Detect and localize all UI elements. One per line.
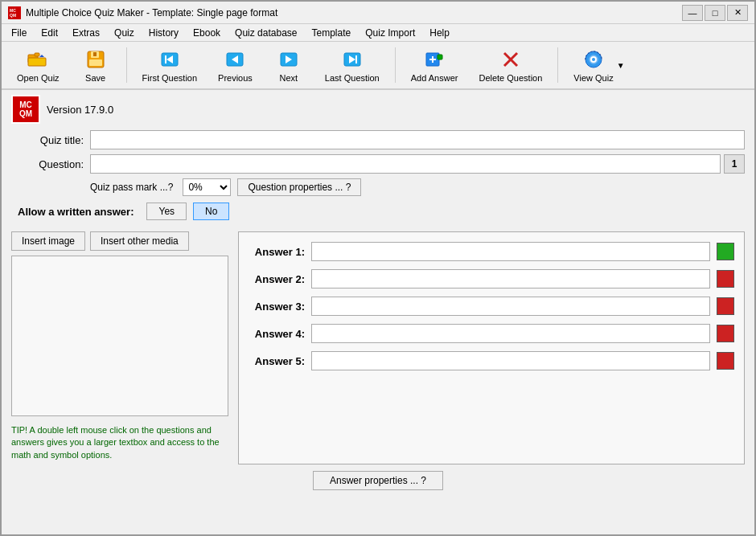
answer-3-label: Answer 3: bbox=[249, 301, 305, 313]
answer-properties-area: Answer properties ... ? bbox=[2, 464, 754, 497]
last-question-button[interactable]: Last Question bbox=[316, 45, 388, 85]
insert-media-button[interactable]: Insert other media bbox=[90, 231, 189, 251]
answer-5-input[interactable] bbox=[311, 351, 710, 370]
question-properties-button[interactable]: Question properties ... ? bbox=[237, 178, 361, 196]
menu-quiz-database[interactable]: Quiz database bbox=[228, 26, 303, 40]
answer-row-4: Answer 4: bbox=[249, 324, 734, 343]
menu-history[interactable]: History bbox=[142, 26, 185, 40]
menu-template[interactable]: Template bbox=[306, 26, 358, 40]
answer-3-input[interactable] bbox=[311, 297, 710, 316]
menu-file[interactable]: File bbox=[5, 26, 33, 40]
menu-help[interactable]: Help bbox=[423, 26, 456, 40]
add-answer-button[interactable]: Add Answer bbox=[402, 45, 467, 85]
title-bar: MC QM Multiple Choice Quiz Maker - Templ… bbox=[2, 2, 754, 24]
quiz-title-label: Quiz title: bbox=[11, 134, 84, 146]
open-quiz-icon bbox=[27, 48, 49, 71]
menu-quiz[interactable]: Quiz bbox=[108, 26, 141, 40]
previous-icon bbox=[224, 48, 246, 71]
window-controls: — □ ✕ bbox=[682, 5, 748, 21]
toolbar-separator-1 bbox=[126, 47, 127, 83]
first-question-icon bbox=[158, 48, 181, 71]
answer-properties-button[interactable]: Answer properties ... ? bbox=[313, 471, 443, 490]
answer-4-color-btn[interactable] bbox=[717, 325, 734, 342]
answer-row-3: Answer 3: bbox=[249, 297, 734, 316]
maximize-button[interactable]: □ bbox=[705, 5, 725, 21]
save-icon bbox=[84, 48, 107, 71]
answer-1-input[interactable] bbox=[311, 242, 710, 261]
save-button[interactable]: Save bbox=[72, 45, 120, 85]
question-label: Question: bbox=[11, 158, 84, 170]
answer-row-5: Answer 5: bbox=[249, 351, 734, 370]
toolbar-separator-3 bbox=[557, 47, 558, 83]
add-answer-icon bbox=[423, 48, 446, 71]
svg-marker-6 bbox=[39, 55, 44, 57]
quiz-title-row: Quiz title: bbox=[11, 130, 745, 149]
toolbar-separator-2 bbox=[395, 47, 396, 83]
svg-rect-10 bbox=[93, 52, 97, 56]
view-quiz-button[interactable]: View Quiz ▼ bbox=[565, 45, 633, 85]
yes-button[interactable]: Yes bbox=[146, 203, 187, 220]
answer-2-color-btn[interactable] bbox=[717, 270, 734, 288]
question-row: Question: 1 bbox=[11, 154, 745, 174]
add-answer-label: Add Answer bbox=[411, 73, 458, 83]
menu-bar: File Edit Extras Quiz History Ebook Quiz… bbox=[2, 24, 754, 42]
close-button[interactable]: ✕ bbox=[727, 5, 748, 21]
question-input[interactable] bbox=[90, 154, 721, 174]
previous-button[interactable]: Previous bbox=[209, 45, 261, 85]
svg-rect-9 bbox=[89, 59, 102, 66]
quiz-title-input[interactable] bbox=[90, 130, 745, 149]
no-button[interactable]: No bbox=[193, 203, 229, 220]
svg-rect-24 bbox=[438, 55, 442, 59]
app-icon: MC QM bbox=[8, 6, 21, 19]
next-icon bbox=[277, 48, 300, 71]
view-quiz-icon bbox=[582, 48, 605, 71]
delete-question-label: Delete Question bbox=[479, 73, 542, 83]
main-content: MC QM Version 17.9.0 Quiz title: Questio… bbox=[2, 90, 754, 497]
answer-3-color-btn[interactable] bbox=[717, 297, 734, 315]
answers-spacer bbox=[249, 378, 734, 457]
menu-quiz-import[interactable]: Quiz Import bbox=[359, 26, 421, 40]
open-quiz-label: Open Quiz bbox=[17, 73, 60, 83]
delete-question-icon bbox=[499, 48, 522, 71]
written-answer-label: Allow a written answer: bbox=[18, 206, 134, 218]
minimize-button[interactable]: — bbox=[682, 5, 703, 21]
pass-mark-label: Quiz pass mark ...? bbox=[90, 182, 173, 193]
answer-5-color-btn[interactable] bbox=[717, 352, 734, 370]
previous-label: Previous bbox=[218, 73, 253, 83]
first-question-button[interactable]: First Question bbox=[134, 45, 206, 85]
menu-extras[interactable]: Extras bbox=[66, 26, 106, 40]
menu-ebook[interactable]: Ebook bbox=[187, 26, 227, 40]
version-text: Version 17.9.0 bbox=[47, 104, 113, 116]
view-quiz-dropdown-arrow: ▼ bbox=[617, 61, 625, 70]
view-quiz-label: View Quiz bbox=[573, 73, 613, 83]
answer-2-input[interactable] bbox=[311, 269, 710, 288]
answer-1-color-btn[interactable] bbox=[717, 243, 734, 260]
menu-edit[interactable]: Edit bbox=[35, 26, 64, 40]
media-buttons: Insert image Insert other media bbox=[11, 231, 228, 251]
answers-panel: Answer 1: Answer 2: Answer 3: Answer 4: bbox=[238, 231, 745, 464]
answer-4-input[interactable] bbox=[311, 324, 710, 343]
logo-text: MC QM bbox=[19, 100, 32, 118]
next-label: Next bbox=[280, 73, 298, 83]
answer-row-2: Answer 2: bbox=[249, 269, 734, 288]
answer-4-label: Answer 4: bbox=[249, 328, 305, 340]
insert-image-button[interactable]: Insert image bbox=[11, 231, 85, 251]
form-area: Quiz title: Question: 1 Quiz pass mark .… bbox=[2, 129, 754, 231]
next-button[interactable]: Next bbox=[265, 45, 313, 85]
delete-question-button[interactable]: Delete Question bbox=[470, 45, 551, 85]
image-preview-area bbox=[11, 256, 228, 416]
answer-2-label: Answer 2: bbox=[249, 273, 305, 285]
svg-rect-4 bbox=[28, 58, 46, 66]
save-label: Save bbox=[85, 73, 105, 83]
last-question-icon bbox=[341, 48, 364, 71]
pass-mark-select[interactable]: 0% 25% 50% 60% 70% 75% 80% 90% 100% bbox=[183, 178, 231, 196]
bottom-section: Insert image Insert other media TIP! A d… bbox=[2, 231, 754, 464]
last-question-label: Last Question bbox=[325, 73, 380, 83]
toolbar: Open Quiz Save First Question bbox=[2, 42, 754, 90]
open-quiz-button[interactable]: Open Quiz bbox=[8, 45, 68, 85]
svg-point-29 bbox=[592, 58, 595, 61]
first-question-label: First Question bbox=[142, 73, 197, 83]
version-row: MC QM Version 17.9.0 bbox=[2, 90, 754, 129]
svg-text:QM: QM bbox=[10, 13, 16, 18]
svg-rect-5 bbox=[35, 53, 39, 56]
